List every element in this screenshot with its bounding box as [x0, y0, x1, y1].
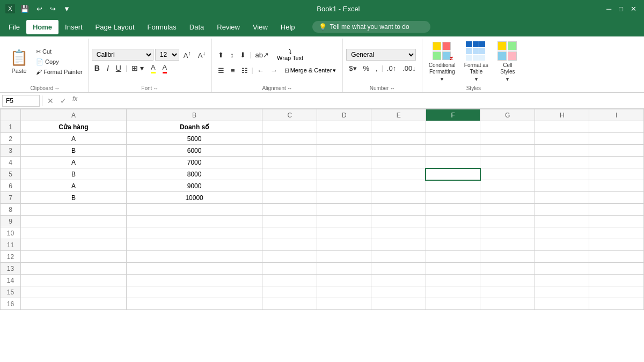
cell-I3[interactable]: [589, 145, 644, 157]
align-middle-button[interactable]: ↕: [228, 49, 237, 61]
cell-A12[interactable]: [21, 251, 127, 263]
cell-A15[interactable]: [21, 286, 127, 298]
wrap-text-button[interactable]: ⤵ Wrap Text: [273, 47, 308, 63]
cell-B1[interactable]: Doanh số: [126, 121, 262, 133]
cell-B12[interactable]: [126, 251, 262, 263]
italic-button[interactable]: I: [104, 62, 112, 74]
cell-D11[interactable]: [317, 239, 371, 251]
clipboard-expand-icon[interactable]: ↔: [54, 85, 60, 91]
cell-G13[interactable]: [480, 263, 535, 275]
cell-D10[interactable]: [317, 227, 371, 239]
cell-A2[interactable]: A: [21, 133, 127, 145]
increase-font-button[interactable]: A↑: [181, 49, 194, 61]
customize-qat-button[interactable]: ▼: [61, 4, 72, 14]
col-header-H[interactable]: H: [535, 109, 589, 121]
cell-G11[interactable]: [480, 239, 535, 251]
cell-F12[interactable]: [426, 251, 480, 263]
cell-D3[interactable]: [317, 145, 371, 157]
menu-page-layout[interactable]: Page Layout: [89, 20, 141, 34]
cell-F5[interactable]: [426, 168, 480, 180]
cell-I12[interactable]: [589, 251, 644, 263]
cell-G16[interactable]: [480, 298, 535, 310]
cell-H3[interactable]: [535, 145, 589, 157]
comma-button[interactable]: ,: [373, 62, 380, 74]
menu-review[interactable]: Review: [210, 20, 246, 34]
font-color-button[interactable]: A: [160, 62, 170, 74]
cell-H6[interactable]: [535, 180, 589, 192]
cell-G14[interactable]: [480, 275, 535, 286]
number-expand-icon[interactable]: ↔: [390, 85, 395, 91]
cell-I5[interactable]: [589, 168, 644, 180]
cell-B10[interactable]: [126, 227, 262, 239]
cell-D9[interactable]: [317, 216, 371, 227]
paste-button[interactable]: 📋 Paste: [5, 47, 33, 76]
cell-C4[interactable]: [262, 157, 317, 168]
cell-E2[interactable]: [371, 133, 426, 145]
cell-G3[interactable]: [480, 145, 535, 157]
cell-G8[interactable]: [480, 204, 535, 216]
format-painter-button[interactable]: 🖌 Format Painter: [34, 68, 85, 76]
col-header-C[interactable]: C: [262, 109, 317, 121]
cell-I4[interactable]: [589, 157, 644, 168]
alignment-expand-icon[interactable]: ↔: [287, 85, 292, 91]
cell-E9[interactable]: [371, 216, 426, 227]
cell-B3[interactable]: 6000: [126, 145, 262, 157]
borders-button[interactable]: ⊞ ▾: [129, 62, 147, 74]
cell-F9[interactable]: [426, 216, 480, 227]
cell-H10[interactable]: [535, 227, 589, 239]
cell-H2[interactable]: [535, 133, 589, 145]
cell-A10[interactable]: [21, 227, 127, 239]
cell-G5[interactable]: [480, 168, 535, 180]
cell-I9[interactable]: [589, 216, 644, 227]
col-header-F[interactable]: F: [426, 109, 480, 121]
cell-B13[interactable]: [126, 263, 262, 275]
cell-E4[interactable]: [371, 157, 426, 168]
close-button[interactable]: ✕: [628, 4, 639, 14]
cell-F8[interactable]: [426, 204, 480, 216]
cell-D16[interactable]: [317, 298, 371, 310]
cell-D13[interactable]: [317, 263, 371, 275]
cell-A5[interactable]: B: [21, 168, 127, 180]
font-expand-icon[interactable]: ↔: [153, 85, 158, 91]
cell-F11[interactable]: [426, 239, 480, 251]
cell-I13[interactable]: [589, 263, 644, 275]
cell-I2[interactable]: [589, 133, 644, 145]
dollar-button[interactable]: $▾: [346, 62, 359, 74]
cell-G10[interactable]: [480, 227, 535, 239]
cell-B5[interactable]: 8000: [126, 168, 262, 180]
cell-H9[interactable]: [535, 216, 589, 227]
cell-C11[interactable]: [262, 239, 317, 251]
menu-data[interactable]: Data: [183, 20, 210, 34]
menu-insert[interactable]: Insert: [58, 20, 89, 34]
cell-E8[interactable]: [371, 204, 426, 216]
cell-F1[interactable]: [426, 121, 480, 133]
cell-I6[interactable]: [589, 180, 644, 192]
cell-E1[interactable]: [371, 121, 426, 133]
cell-G4[interactable]: [480, 157, 535, 168]
cell-E11[interactable]: [371, 239, 426, 251]
cell-H13[interactable]: [535, 263, 589, 275]
search-box[interactable]: 💡 Tell me what you want to do: [312, 21, 430, 33]
cell-H4[interactable]: [535, 157, 589, 168]
bold-button[interactable]: B: [92, 62, 103, 74]
cell-F10[interactable]: [426, 227, 480, 239]
cell-G6[interactable]: [480, 180, 535, 192]
cut-button[interactable]: ✂ Cut: [34, 47, 85, 56]
cell-B8[interactable]: [126, 204, 262, 216]
cell-D4[interactable]: [317, 157, 371, 168]
cell-H5[interactable]: [535, 168, 589, 180]
redo-button[interactable]: ↪: [48, 4, 58, 14]
cell-F15[interactable]: [426, 286, 480, 298]
cell-E5[interactable]: [371, 168, 426, 180]
cell-C13[interactable]: [262, 263, 317, 275]
cell-D5[interactable]: [317, 168, 371, 180]
maximize-button[interactable]: □: [617, 4, 625, 14]
underline-button[interactable]: U: [113, 62, 124, 74]
cell-E13[interactable]: [371, 263, 426, 275]
cell-I14[interactable]: [589, 275, 644, 286]
cell-D7[interactable]: [317, 192, 371, 204]
cell-B7[interactable]: 10000: [126, 192, 262, 204]
cell-A8[interactable]: [21, 204, 127, 216]
cell-E15[interactable]: [371, 286, 426, 298]
col-header-G[interactable]: G: [480, 109, 535, 121]
